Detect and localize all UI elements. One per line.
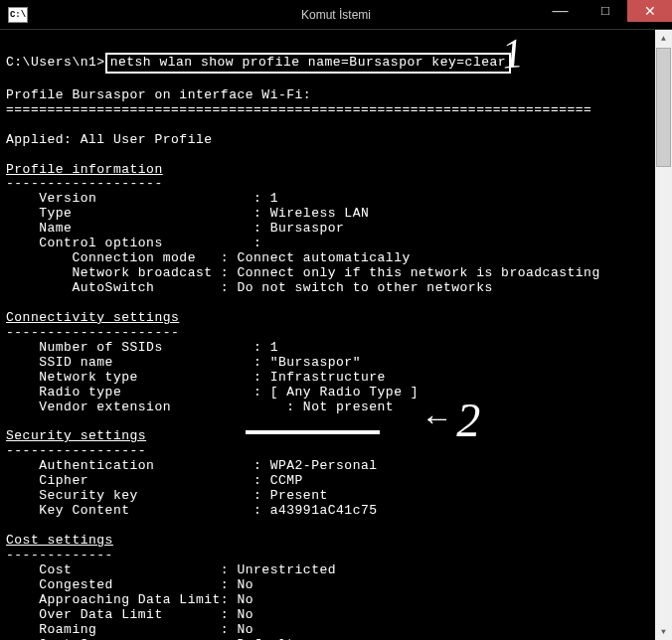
- terminal-output[interactable]: C:\Users\n1>netsh wlan show profile name…: [0, 30, 655, 640]
- close-button[interactable]: ✕: [627, 0, 672, 22]
- terminal-container: C:\Users\n1>netsh wlan show profile name…: [0, 30, 672, 640]
- scrollbar-thumb[interactable]: [656, 48, 671, 167]
- command-highlight: netsh wlan show profile name=Bursaspor k…: [105, 53, 511, 74]
- vertical-scrollbar[interactable]: ▲ ▼: [655, 30, 672, 640]
- cmd-icon: C:\: [8, 7, 28, 23]
- window-titlebar: C:\ Komut İstemi — ☐ ✕: [0, 0, 672, 30]
- window-title: Komut İstemi: [301, 8, 371, 22]
- maximize-button[interactable]: ☐: [583, 0, 627, 22]
- window-controls: — ☐ ✕: [538, 0, 672, 29]
- section-connectivity: Connectivity settings: [6, 310, 179, 325]
- section-security: Security settings: [6, 428, 146, 443]
- prompt-path: C:\Users\n1>: [6, 55, 105, 70]
- scroll-down-arrow[interactable]: ▼: [655, 623, 672, 640]
- section-cost: Cost settings: [6, 533, 113, 548]
- minimize-button[interactable]: —: [538, 0, 583, 22]
- scroll-up-arrow[interactable]: ▲: [655, 30, 672, 47]
- section-profile-info: Profile information: [6, 162, 163, 177]
- key-content-underline: [246, 430, 380, 434]
